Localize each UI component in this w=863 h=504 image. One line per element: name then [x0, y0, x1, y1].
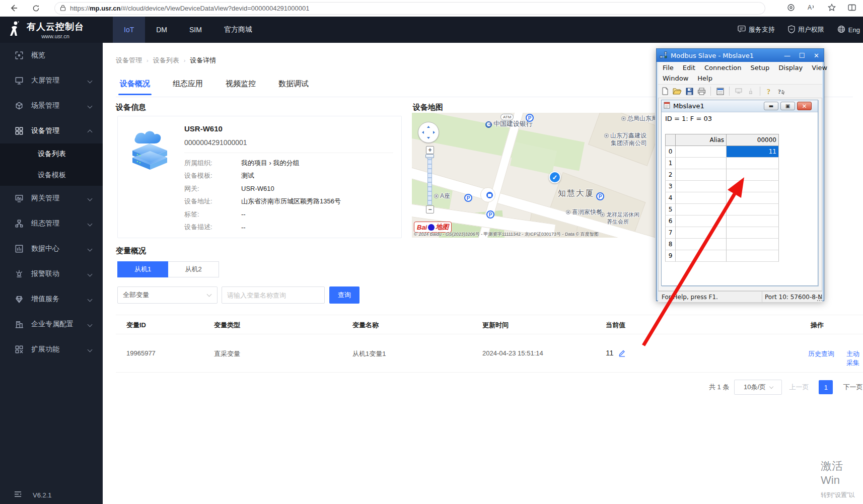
- app-logo[interactable]: 有人云控制台 www.usr.cn: [0, 17, 113, 43]
- favorite-star-icon[interactable]: [828, 4, 836, 14]
- modbus-alias-cell[interactable]: [676, 250, 727, 262]
- modbus-value-cell[interactable]: [727, 181, 779, 192]
- modbus-row[interactable]: 4: [665, 192, 779, 204]
- modbus-value-cell[interactable]: [727, 227, 779, 239]
- close-icon[interactable]: ✕: [809, 49, 824, 62]
- modbus-menu-setup[interactable]: Setup: [746, 63, 774, 73]
- modbus-menu-file[interactable]: File: [658, 63, 678, 73]
- modbus-alias-cell[interactable]: [676, 192, 727, 204]
- mbslave1-document-window[interactable]: Mbslave1 ▬ ▣ ✕ ID = 1: F = 03 Alias00000…: [661, 100, 818, 286]
- minimize-icon[interactable]: —: [780, 49, 795, 62]
- modbus-row[interactable]: 011: [665, 146, 779, 158]
- topnav-shield[interactable]: 用户权限: [788, 25, 824, 35]
- sidebar-item-增值服务[interactable]: 增值服务: [0, 286, 103, 312]
- modbus-row[interactable]: 2: [665, 169, 779, 181]
- breadcrumb-item-设备管理[interactable]: 设备管理: [116, 56, 142, 65]
- modbus-alias-cell[interactable]: [676, 227, 727, 239]
- modbus-row[interactable]: 9: [665, 250, 779, 262]
- modbus-menu-edit[interactable]: Edit: [678, 63, 700, 73]
- modbus-alias-cell[interactable]: [676, 169, 727, 181]
- modbus-value-cell[interactable]: [727, 239, 779, 250]
- tab-数据调试[interactable]: 数据调试: [278, 79, 309, 95]
- topnav-item-IoT[interactable]: IoT: [113, 17, 145, 43]
- display-setup-icon[interactable]: [715, 87, 725, 96]
- modbus-row[interactable]: 1: [665, 158, 779, 169]
- sidebar-subitem-设备列表[interactable]: 设备列表: [0, 143, 103, 165]
- back-icon[interactable]: [6, 2, 21, 15]
- modbus-value-cell[interactable]: [727, 204, 779, 215]
- modbus-menu-view[interactable]: View: [807, 63, 832, 73]
- modbus-menu-display[interactable]: Display: [774, 63, 807, 73]
- sidebar-item-大屏管理[interactable]: 大屏管理: [0, 68, 103, 93]
- context-help-icon[interactable]: ?: [777, 87, 786, 96]
- variable-type-select[interactable]: 全部变量: [117, 286, 218, 304]
- modbus-value-cell[interactable]: [727, 250, 779, 262]
- slave-tab-从机1[interactable]: 从机1: [117, 261, 168, 277]
- location-icon[interactable]: [787, 4, 795, 14]
- modbus-menu-help[interactable]: Help: [693, 74, 717, 83]
- modbus-value-cell[interactable]: 11: [727, 146, 779, 158]
- mbslave1-titlebar[interactable]: Mbslave1 ▬ ▣ ✕: [662, 100, 818, 112]
- modbus-row[interactable]: 8: [665, 239, 779, 250]
- collapse-sidebar-icon[interactable]: [14, 491, 22, 499]
- breadcrumb-item-设备列表[interactable]: 设备列表: [153, 56, 179, 65]
- edit-value-icon[interactable]: [618, 349, 625, 358]
- modbus-value-cell[interactable]: [727, 215, 779, 227]
- print-icon[interactable]: [697, 87, 706, 96]
- modbus-alias-cell[interactable]: [676, 158, 727, 169]
- sidebar-item-概览[interactable]: 概览: [0, 43, 103, 68]
- modbus-row[interactable]: 6: [665, 215, 779, 227]
- map-zoom-in-button[interactable]: +: [426, 146, 434, 154]
- map-pan-control[interactable]: [418, 122, 439, 143]
- modbus-value-cell[interactable]: [727, 158, 779, 169]
- modbus-alias-cell[interactable]: [676, 181, 727, 192]
- device-location-marker[interactable]: ✓: [549, 171, 561, 183]
- doc-minimize-icon[interactable]: ▬: [764, 102, 778, 110]
- refresh-icon[interactable]: [28, 2, 43, 15]
- connection-setup-icon[interactable]: [734, 87, 743, 96]
- tab-设备概况[interactable]: 设备概况: [120, 79, 150, 95]
- sidebar-item-企业专属配置[interactable]: 企业专属配置: [0, 312, 103, 337]
- sidebar-item-扩展功能[interactable]: 扩展功能: [0, 337, 103, 362]
- variable-search-input[interactable]: [222, 286, 325, 304]
- doc-close-icon[interactable]: ✕: [797, 102, 812, 110]
- sidebar-item-数据中心[interactable]: 数据中心: [0, 236, 103, 261]
- modbus-alias-cell[interactable]: [676, 239, 727, 250]
- address-bar[interactable]: https://mp.usr.cn/#/cloud/device/ViewDev…: [54, 2, 765, 15]
- sidebar-item-报警联动[interactable]: 报警联动: [0, 261, 103, 286]
- help-icon[interactable]: ?: [765, 87, 774, 96]
- resize-grip[interactable]: [817, 297, 822, 302]
- topnav-item-官方商城[interactable]: 官方商城: [213, 17, 263, 43]
- save-icon[interactable]: [685, 87, 694, 96]
- sidebar-item-设备管理[interactable]: 设备管理: [0, 118, 103, 143]
- current-page-button[interactable]: 1: [819, 380, 833, 394]
- next-page-button[interactable]: 下一页: [843, 383, 862, 392]
- modbus-menu-window[interactable]: Window: [658, 74, 693, 83]
- map-zoom-handle[interactable]: [425, 154, 434, 158]
- topnav-chat[interactable]: 服务支持: [738, 25, 775, 34]
- sidebar-item-网关管理[interactable]: 网关管理: [0, 186, 103, 211]
- split-screen-icon[interactable]: [848, 4, 856, 13]
- page-size-select[interactable]: 10条/页: [734, 380, 782, 395]
- modbus-row[interactable]: 3: [665, 181, 779, 192]
- action-link-主动采集[interactable]: 主动采集: [846, 349, 863, 368]
- modbus-value-cell[interactable]: [727, 192, 779, 204]
- modbus-slave-window[interactable]: Modbus Slave - Mbslave1 — ☐ ✕ FileEditCo…: [656, 48, 824, 301]
- query-button[interactable]: 查询: [329, 286, 359, 304]
- modbus-alias-cell[interactable]: [676, 204, 727, 215]
- modbus-row[interactable]: 5: [665, 204, 779, 215]
- prev-page-button[interactable]: 上一页: [789, 383, 809, 392]
- new-file-icon[interactable]: [661, 87, 670, 96]
- modbus-alias-cell[interactable]: [676, 146, 727, 158]
- tab-组态应用[interactable]: 组态应用: [173, 79, 203, 95]
- modbus-register-table[interactable]: Alias00000011123456789: [665, 134, 779, 262]
- slave-tab-从机2[interactable]: 从机2: [168, 261, 219, 277]
- poll-definition-icon[interactable]: [746, 87, 755, 96]
- map-zoom-slider[interactable]: [427, 155, 432, 205]
- topnav-globe[interactable]: Eng: [837, 25, 860, 35]
- sidebar-item-场景管理[interactable]: 场景管理: [0, 93, 103, 118]
- topnav-item-DM[interactable]: DM: [145, 17, 178, 43]
- modbus-value-cell[interactable]: [727, 169, 779, 181]
- modbus-row[interactable]: 7: [665, 227, 779, 239]
- sidebar-subitem-设备模板[interactable]: 设备模板: [0, 165, 103, 186]
